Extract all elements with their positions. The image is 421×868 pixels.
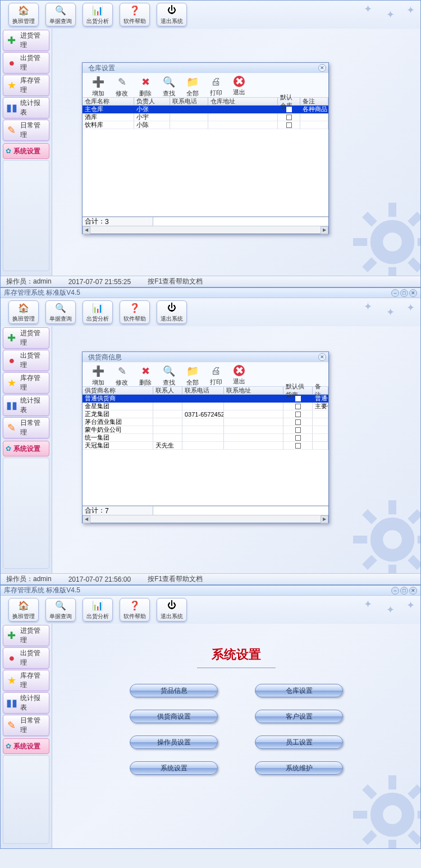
sidebar-item-report[interactable]: ▮▮统计报表 [3, 97, 49, 118]
supplier-settings-button[interactable]: 供货商设置 [130, 710, 218, 723]
table-row[interactable]: 饮料库小陈 [83, 121, 328, 129]
maximize-button[interactable]: □ [400, 587, 408, 595]
toolbar-btn-shift[interactable]: 🏠换班管理 [8, 3, 39, 26]
customer-settings-button[interactable]: 客户设置 [255, 710, 343, 723]
default-checkbox[interactable] [286, 122, 292, 128]
toolbar-btn-exit[interactable]: ⏻退出系统 [157, 3, 187, 26]
dialog-close-button[interactable]: ✕ [318, 353, 326, 361]
edit-button[interactable]: ✎修改 [114, 75, 130, 95]
add-button[interactable]: ➕增加 [90, 75, 106, 95]
goods-info-button[interactable]: 货品信息 [130, 684, 218, 697]
col-remark[interactable]: 备注 [300, 98, 328, 106]
sidebar-item-daily[interactable]: ✎日常管理 [3, 715, 49, 736]
window-close-button[interactable]: ✕ [409, 587, 417, 595]
toolbar-btn-query[interactable]: 🔍单据查询 [45, 598, 76, 622]
col-default[interactable]: 默认仓库 [278, 98, 300, 106]
operator-settings-button[interactable]: 操作员设置 [130, 735, 218, 749]
toolbar-btn-exit[interactable]: ⏻退出系统 [157, 300, 187, 324]
maximize-button[interactable]: □ [400, 289, 408, 297]
table-row[interactable]: 普通供货商普通供 [83, 395, 328, 403]
default-checkbox[interactable] [286, 107, 292, 112]
toolbar-btn-query[interactable]: 🔍单据查询 [45, 3, 76, 26]
sidebar-item-system[interactable]: ✿系统设置 [3, 738, 49, 754]
grid-empty-area[interactable] [83, 450, 328, 506]
col-addr[interactable]: 仓库地址 [208, 98, 278, 106]
sidebar-item-stock[interactable]: ★库存管理 [3, 670, 49, 691]
toolbar-btn-shift[interactable]: 🏠换班管理 [8, 300, 39, 324]
all-button[interactable]: 📁全部 [185, 75, 200, 95]
default-checkbox[interactable] [295, 396, 301, 401]
col-remark[interactable]: 备注 [313, 387, 328, 395]
all-button[interactable]: 📁全部 [185, 364, 200, 385]
toolbar-btn-query[interactable]: 🔍单据查询 [45, 300, 76, 324]
sidebar-item-stock[interactable]: ★库存管理 [3, 372, 49, 394]
table-row[interactable]: 天冠集团天先生 [83, 442, 328, 450]
col-phone[interactable]: 联系电话 [170, 98, 208, 106]
table-row[interactable]: 酒库小宇 [83, 113, 328, 121]
table-row[interactable]: 茅台酒业集团 [83, 418, 328, 426]
col-person[interactable]: 负责人 [134, 98, 170, 106]
toolbar-btn-help[interactable]: ❓软件帮助 [120, 3, 150, 26]
toolbar-btn-analysis[interactable]: 📊出货分析 [83, 598, 113, 622]
toolbar-btn-help[interactable]: ❓软件帮助 [120, 598, 150, 622]
window-close-button[interactable]: ✕ [409, 289, 417, 297]
col-addr[interactable]: 联系地址 [224, 387, 283, 395]
toolbar-btn-exit[interactable]: ⏻退出系统 [157, 598, 187, 622]
scroll-left-icon[interactable]: ◀ [83, 515, 90, 523]
scroll-right-icon[interactable]: ▶ [321, 226, 328, 234]
toolbar-btn-analysis[interactable]: 📊出货分析 [83, 300, 113, 324]
print-button[interactable]: 🖨打印 [208, 75, 224, 95]
system-maintain-button[interactable]: 系统维护 [255, 761, 343, 775]
grid-empty-area[interactable] [83, 129, 328, 217]
horizontal-scrollbar[interactable]: ◀ ▶ [83, 226, 328, 234]
col-default[interactable]: 默认供货商 [283, 387, 313, 395]
table-row[interactable]: 金星集团主要供 [83, 403, 328, 410]
sidebar-item-outbound[interactable]: ●出货管理 [3, 647, 49, 669]
toolbar-btn-analysis[interactable]: 📊出货分析 [83, 3, 113, 26]
default-checkbox[interactable] [295, 427, 301, 433]
col-contact[interactable]: 联系人 [153, 387, 182, 395]
staff-settings-button[interactable]: 员工设置 [255, 735, 343, 749]
toolbar-btn-shift[interactable]: 🏠换班管理 [8, 598, 39, 622]
sidebar-item-daily[interactable]: ✎日常管理 [3, 417, 49, 438]
default-checkbox[interactable] [295, 443, 301, 449]
delete-button[interactable]: ✖删除 [138, 75, 153, 95]
sidebar-item-outbound[interactable]: ●出货管理 [3, 350, 49, 371]
scroll-right-icon[interactable]: ▶ [321, 515, 328, 523]
sidebar-item-inbound[interactable]: ✚进货管理 [3, 327, 49, 349]
horizontal-scrollbar[interactable]: ◀ ▶ [83, 515, 328, 523]
dialog-close-button[interactable]: ✕ [318, 64, 326, 72]
sidebar-item-report[interactable]: ▮▮统计报表 [3, 395, 49, 416]
table-row[interactable]: 主仓库小张各种商品（主 [83, 106, 328, 113]
find-button[interactable]: 🔍查找 [161, 75, 177, 95]
scroll-track[interactable] [90, 226, 321, 234]
sidebar-item-inbound[interactable]: ✚进货管理 [3, 625, 49, 646]
scroll-left-icon[interactable]: ◀ [83, 226, 90, 234]
sidebar-item-inbound[interactable]: ✚进货管理 [3, 30, 49, 51]
table-row[interactable]: 统一集团 [83, 434, 328, 442]
scroll-track[interactable] [90, 515, 321, 523]
col-phone[interactable]: 联系电话 [182, 387, 224, 395]
default-checkbox[interactable] [295, 404, 301, 409]
default-checkbox[interactable] [295, 419, 301, 425]
sidebar-item-report[interactable]: ▮▮统计报表 [3, 692, 49, 714]
add-button[interactable]: ➕增加 [90, 364, 106, 385]
exit-button[interactable]: ✖退出 [232, 75, 246, 95]
print-button[interactable]: 🖨打印 [208, 364, 224, 385]
sidebar-item-stock[interactable]: ★库存管理 [3, 75, 49, 96]
find-button[interactable]: 🔍查找 [161, 364, 177, 385]
col-supplier[interactable]: 供货商名称 [83, 387, 153, 395]
col-name[interactable]: 仓库名称 [83, 98, 134, 106]
default-checkbox[interactable] [295, 435, 301, 441]
sidebar-item-outbound[interactable]: ●出货管理 [3, 52, 49, 74]
sidebar-item-daily[interactable]: ✎日常管理 [3, 120, 49, 141]
sidebar-item-system[interactable]: ✿系统设置 [3, 441, 49, 456]
table-row[interactable]: 蒙牛奶业公司 [83, 426, 328, 434]
default-checkbox[interactable] [295, 412, 301, 417]
toolbar-btn-help[interactable]: ❓软件帮助 [120, 300, 150, 324]
default-checkbox[interactable] [286, 115, 292, 120]
table-row[interactable]: 正龙集团0371-65724521 13 [83, 410, 328, 418]
sidebar-item-system[interactable]: ✿系统设置 [3, 143, 49, 159]
delete-button[interactable]: ✖删除 [138, 364, 153, 385]
minimize-button[interactable]: – [391, 587, 399, 595]
